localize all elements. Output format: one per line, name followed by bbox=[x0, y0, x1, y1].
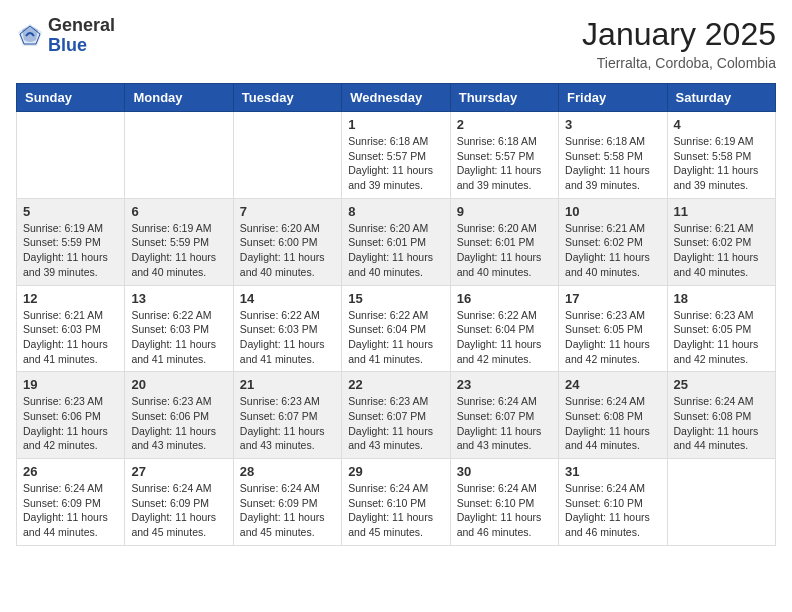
calendar-cell: 24Sunrise: 6:24 AM Sunset: 6:08 PM Dayli… bbox=[559, 372, 667, 459]
calendar-cell: 6Sunrise: 6:19 AM Sunset: 5:59 PM Daylig… bbox=[125, 198, 233, 285]
day-number: 10 bbox=[565, 204, 660, 219]
day-info: Sunrise: 6:20 AM Sunset: 6:01 PM Dayligh… bbox=[457, 221, 552, 280]
day-number: 15 bbox=[348, 291, 443, 306]
title-block: January 2025 Tierralta, Cordoba, Colombi… bbox=[582, 16, 776, 71]
weekday-header-row: SundayMondayTuesdayWednesdayThursdayFrid… bbox=[17, 84, 776, 112]
calendar-week-3: 12Sunrise: 6:21 AM Sunset: 6:03 PM Dayli… bbox=[17, 285, 776, 372]
day-number: 29 bbox=[348, 464, 443, 479]
day-number: 13 bbox=[131, 291, 226, 306]
day-number: 19 bbox=[23, 377, 118, 392]
day-info: Sunrise: 6:21 AM Sunset: 6:02 PM Dayligh… bbox=[565, 221, 660, 280]
calendar-cell: 19Sunrise: 6:23 AM Sunset: 6:06 PM Dayli… bbox=[17, 372, 125, 459]
weekday-friday: Friday bbox=[559, 84, 667, 112]
day-number: 12 bbox=[23, 291, 118, 306]
day-number: 5 bbox=[23, 204, 118, 219]
weekday-wednesday: Wednesday bbox=[342, 84, 450, 112]
calendar-cell: 4Sunrise: 6:19 AM Sunset: 5:58 PM Daylig… bbox=[667, 112, 775, 199]
calendar-week-2: 5Sunrise: 6:19 AM Sunset: 5:59 PM Daylig… bbox=[17, 198, 776, 285]
calendar-cell: 27Sunrise: 6:24 AM Sunset: 6:09 PM Dayli… bbox=[125, 459, 233, 546]
day-info: Sunrise: 6:19 AM Sunset: 5:58 PM Dayligh… bbox=[674, 134, 769, 193]
calendar-cell: 25Sunrise: 6:24 AM Sunset: 6:08 PM Dayli… bbox=[667, 372, 775, 459]
weekday-tuesday: Tuesday bbox=[233, 84, 341, 112]
day-number: 4 bbox=[674, 117, 769, 132]
calendar-cell: 28Sunrise: 6:24 AM Sunset: 6:09 PM Dayli… bbox=[233, 459, 341, 546]
calendar-week-1: 1Sunrise: 6:18 AM Sunset: 5:57 PM Daylig… bbox=[17, 112, 776, 199]
calendar-cell: 14Sunrise: 6:22 AM Sunset: 6:03 PM Dayli… bbox=[233, 285, 341, 372]
day-number: 24 bbox=[565, 377, 660, 392]
day-number: 28 bbox=[240, 464, 335, 479]
day-info: Sunrise: 6:19 AM Sunset: 5:59 PM Dayligh… bbox=[23, 221, 118, 280]
day-info: Sunrise: 6:21 AM Sunset: 6:03 PM Dayligh… bbox=[23, 308, 118, 367]
day-number: 3 bbox=[565, 117, 660, 132]
calendar-table: SundayMondayTuesdayWednesdayThursdayFrid… bbox=[16, 83, 776, 546]
day-number: 7 bbox=[240, 204, 335, 219]
day-number: 9 bbox=[457, 204, 552, 219]
calendar-cell: 22Sunrise: 6:23 AM Sunset: 6:07 PM Dayli… bbox=[342, 372, 450, 459]
calendar-cell bbox=[233, 112, 341, 199]
calendar-cell: 30Sunrise: 6:24 AM Sunset: 6:10 PM Dayli… bbox=[450, 459, 558, 546]
day-number: 14 bbox=[240, 291, 335, 306]
calendar-cell: 16Sunrise: 6:22 AM Sunset: 6:04 PM Dayli… bbox=[450, 285, 558, 372]
day-number: 11 bbox=[674, 204, 769, 219]
day-info: Sunrise: 6:24 AM Sunset: 6:07 PM Dayligh… bbox=[457, 394, 552, 453]
day-info: Sunrise: 6:23 AM Sunset: 6:07 PM Dayligh… bbox=[348, 394, 443, 453]
day-number: 27 bbox=[131, 464, 226, 479]
calendar-cell: 21Sunrise: 6:23 AM Sunset: 6:07 PM Dayli… bbox=[233, 372, 341, 459]
calendar-header: SundayMondayTuesdayWednesdayThursdayFrid… bbox=[17, 84, 776, 112]
calendar-cell: 10Sunrise: 6:21 AM Sunset: 6:02 PM Dayli… bbox=[559, 198, 667, 285]
day-number: 1 bbox=[348, 117, 443, 132]
calendar-cell: 1Sunrise: 6:18 AM Sunset: 5:57 PM Daylig… bbox=[342, 112, 450, 199]
day-info: Sunrise: 6:18 AM Sunset: 5:57 PM Dayligh… bbox=[457, 134, 552, 193]
day-number: 21 bbox=[240, 377, 335, 392]
weekday-thursday: Thursday bbox=[450, 84, 558, 112]
day-info: Sunrise: 6:24 AM Sunset: 6:09 PM Dayligh… bbox=[23, 481, 118, 540]
day-number: 2 bbox=[457, 117, 552, 132]
day-info: Sunrise: 6:23 AM Sunset: 6:07 PM Dayligh… bbox=[240, 394, 335, 453]
calendar-cell: 5Sunrise: 6:19 AM Sunset: 5:59 PM Daylig… bbox=[17, 198, 125, 285]
calendar-cell: 31Sunrise: 6:24 AM Sunset: 6:10 PM Dayli… bbox=[559, 459, 667, 546]
month-title: January 2025 bbox=[582, 16, 776, 53]
day-number: 23 bbox=[457, 377, 552, 392]
day-info: Sunrise: 6:19 AM Sunset: 5:59 PM Dayligh… bbox=[131, 221, 226, 280]
day-info: Sunrise: 6:18 AM Sunset: 5:58 PM Dayligh… bbox=[565, 134, 660, 193]
day-number: 18 bbox=[674, 291, 769, 306]
day-info: Sunrise: 6:24 AM Sunset: 6:10 PM Dayligh… bbox=[565, 481, 660, 540]
logo-text: General Blue bbox=[48, 16, 115, 56]
calendar-body: 1Sunrise: 6:18 AM Sunset: 5:57 PM Daylig… bbox=[17, 112, 776, 546]
day-info: Sunrise: 6:22 AM Sunset: 6:04 PM Dayligh… bbox=[457, 308, 552, 367]
calendar-cell: 2Sunrise: 6:18 AM Sunset: 5:57 PM Daylig… bbox=[450, 112, 558, 199]
day-info: Sunrise: 6:23 AM Sunset: 6:05 PM Dayligh… bbox=[674, 308, 769, 367]
day-info: Sunrise: 6:24 AM Sunset: 6:09 PM Dayligh… bbox=[240, 481, 335, 540]
calendar-week-4: 19Sunrise: 6:23 AM Sunset: 6:06 PM Dayli… bbox=[17, 372, 776, 459]
calendar-cell: 23Sunrise: 6:24 AM Sunset: 6:07 PM Dayli… bbox=[450, 372, 558, 459]
calendar-cell: 17Sunrise: 6:23 AM Sunset: 6:05 PM Dayli… bbox=[559, 285, 667, 372]
weekday-saturday: Saturday bbox=[667, 84, 775, 112]
calendar-cell bbox=[17, 112, 125, 199]
day-info: Sunrise: 6:24 AM Sunset: 6:10 PM Dayligh… bbox=[348, 481, 443, 540]
calendar-cell: 18Sunrise: 6:23 AM Sunset: 6:05 PM Dayli… bbox=[667, 285, 775, 372]
calendar-cell: 8Sunrise: 6:20 AM Sunset: 6:01 PM Daylig… bbox=[342, 198, 450, 285]
day-info: Sunrise: 6:23 AM Sunset: 6:06 PM Dayligh… bbox=[23, 394, 118, 453]
day-number: 30 bbox=[457, 464, 552, 479]
day-number: 8 bbox=[348, 204, 443, 219]
day-info: Sunrise: 6:24 AM Sunset: 6:08 PM Dayligh… bbox=[565, 394, 660, 453]
day-number: 6 bbox=[131, 204, 226, 219]
calendar-cell: 9Sunrise: 6:20 AM Sunset: 6:01 PM Daylig… bbox=[450, 198, 558, 285]
weekday-monday: Monday bbox=[125, 84, 233, 112]
page-header: General Blue January 2025 Tierralta, Cor… bbox=[16, 16, 776, 71]
day-info: Sunrise: 6:20 AM Sunset: 6:00 PM Dayligh… bbox=[240, 221, 335, 280]
day-info: Sunrise: 6:24 AM Sunset: 6:08 PM Dayligh… bbox=[674, 394, 769, 453]
logo: General Blue bbox=[16, 16, 115, 56]
day-info: Sunrise: 6:22 AM Sunset: 6:03 PM Dayligh… bbox=[240, 308, 335, 367]
day-info: Sunrise: 6:24 AM Sunset: 6:09 PM Dayligh… bbox=[131, 481, 226, 540]
location: Tierralta, Cordoba, Colombia bbox=[582, 55, 776, 71]
day-info: Sunrise: 6:23 AM Sunset: 6:05 PM Dayligh… bbox=[565, 308, 660, 367]
day-info: Sunrise: 6:23 AM Sunset: 6:06 PM Dayligh… bbox=[131, 394, 226, 453]
day-number: 25 bbox=[674, 377, 769, 392]
day-info: Sunrise: 6:24 AM Sunset: 6:10 PM Dayligh… bbox=[457, 481, 552, 540]
day-number: 17 bbox=[565, 291, 660, 306]
calendar-cell bbox=[125, 112, 233, 199]
calendar-cell: 20Sunrise: 6:23 AM Sunset: 6:06 PM Dayli… bbox=[125, 372, 233, 459]
calendar-cell: 26Sunrise: 6:24 AM Sunset: 6:09 PM Dayli… bbox=[17, 459, 125, 546]
day-number: 31 bbox=[565, 464, 660, 479]
